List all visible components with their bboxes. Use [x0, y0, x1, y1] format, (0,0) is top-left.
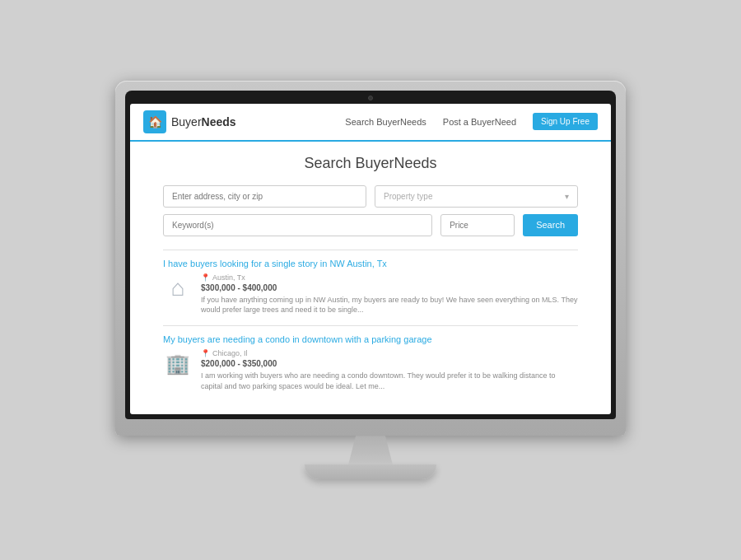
listing-price-2: $200,000 - $350,000 [201, 359, 578, 368]
monitor-screen: 🏠 BuyerNeeds Search BuyerNeeds Post a Bu… [130, 104, 611, 414]
building-icon: 🏢 [163, 349, 193, 379]
nav-logo: 🏠 BuyerNeeds [143, 110, 236, 133]
camera-dot [368, 96, 373, 100]
search-row-2: Search [163, 214, 578, 236]
listing-body-2: 🏢 📍 Chicago, Il $200,000 - $350,000 I am… [163, 349, 578, 391]
logo-icon: 🏠 [143, 110, 166, 133]
logo-needs: Needs [202, 115, 236, 128]
monitor-neck [346, 436, 395, 464]
listing-desc-2: I am working with buyers who are needing… [201, 371, 578, 391]
site-nav: 🏠 BuyerNeeds Search BuyerNeeds Post a Bu… [130, 104, 611, 142]
listing-city-1: Austin, Tx [212, 273, 245, 282]
monitor-bezel: 🏠 BuyerNeeds Search BuyerNeeds Post a Bu… [125, 91, 616, 419]
signup-button[interactable]: Sign Up Free [533, 113, 598, 130]
divider-1 [163, 250, 578, 250]
page-title: Search BuyerNeeds [163, 155, 578, 172]
monitor: 🏠 BuyerNeeds Search BuyerNeeds Post a Bu… [115, 81, 626, 479]
listing-body-1: ⌂ 📍 Austin, Tx $300,000 - $400,000 If yo… [163, 273, 578, 315]
listing-location-1: 📍 Austin, Tx [201, 273, 578, 282]
listing-details-2: 📍 Chicago, Il $200,000 - $350,000 I am w… [201, 349, 578, 391]
site-main: Search BuyerNeeds Property type ▾ [130, 142, 611, 414]
chevron-down-icon: ▾ [565, 192, 569, 201]
divider-2 [163, 325, 578, 326]
search-form: Property type ▾ Search [163, 185, 578, 236]
location-pin-icon: 📍 [201, 273, 210, 282]
nav-links: Search BuyerNeeds Post a BuyerNeed Sign … [345, 113, 598, 130]
property-type-label: Property type [384, 192, 432, 201]
price-input[interactable] [440, 214, 515, 236]
monitor-base [305, 464, 436, 479]
address-input[interactable] [163, 185, 366, 208]
listing-item: I have buyers looking for a single story… [163, 259, 578, 315]
nav-post-link[interactable]: Post a BuyerNeed [443, 117, 516, 127]
logo-buyer: Buyer [171, 115, 202, 128]
search-row-1: Property type ▾ [163, 185, 578, 208]
logo-text: BuyerNeeds [171, 115, 236, 128]
listing-title-2[interactable]: My buyers are needing a condo in downtow… [163, 334, 578, 344]
monitor-shell: 🏠 BuyerNeeds Search BuyerNeeds Post a Bu… [115, 81, 626, 436]
listing-details-1: 📍 Austin, Tx $300,000 - $400,000 If you … [201, 273, 578, 315]
nav-search-link[interactable]: Search BuyerNeeds [345, 117, 426, 127]
listing-city-2: Chicago, Il [212, 349, 248, 357]
listing-price-1: $300,000 - $400,000 [201, 283, 578, 292]
listing-item-2: My buyers are needing a condo in downtow… [163, 334, 578, 391]
search-button[interactable]: Search [523, 214, 578, 236]
listing-desc-1: If you have anything coming up in NW Aus… [201, 295, 578, 315]
keywords-input[interactable] [163, 214, 432, 236]
listing-location-2: 📍 Chicago, Il [201, 349, 578, 357]
house-icon: ⌂ [163, 273, 193, 303]
listing-title-1[interactable]: I have buyers looking for a single story… [163, 259, 578, 268]
property-type-select[interactable]: Property type ▾ [375, 185, 578, 208]
location-pin-icon-2: 📍 [201, 349, 210, 357]
